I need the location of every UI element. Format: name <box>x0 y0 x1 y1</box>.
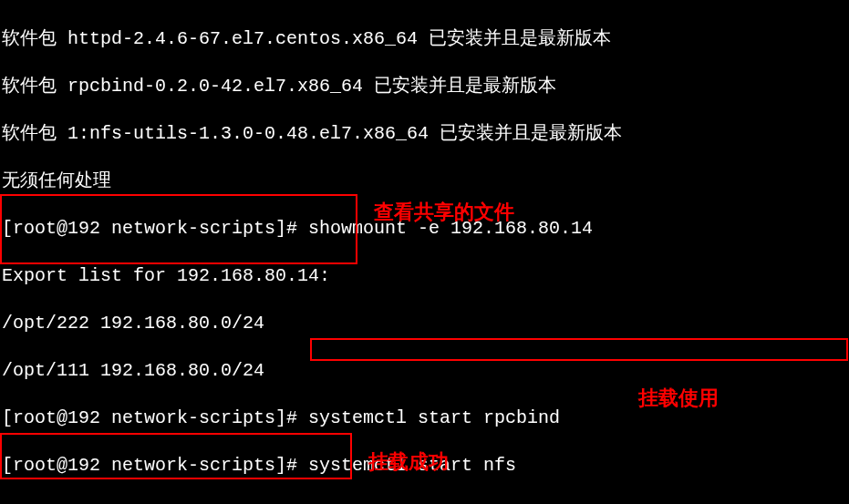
terminal-output: 软件包 httpd-2.4.6-67.el7.centos.x86_64 已安装… <box>0 0 849 504</box>
export-list-header: Export list for 192.168.80.14: <box>2 264 847 288</box>
cmd-start-nfs: [root@192 network-scripts]# systemctl st… <box>2 454 847 478</box>
pkg-line-httpd: 软件包 httpd-2.4.6-67.el7.centos.x86_64 已安装… <box>2 27 847 51</box>
pkg-line-nfs-utils: 软件包 1:nfs-utils-1.3.0-0.48.el7.x86_64 已安… <box>2 122 847 146</box>
no-action-line: 无须任何处理 <box>2 170 847 193</box>
export-111: /opt/111 192.168.80.0/24 <box>2 359 847 383</box>
cmd-showmount: [root@192 network-scripts]# showmount -e… <box>2 217 847 241</box>
cmd-start-rpcbind: [root@192 network-scripts]# systemctl st… <box>2 406 847 430</box>
export-222: /opt/222 192.168.80.0/24 <box>2 312 847 335</box>
pkg-line-rpcbind: 软件包 rpcbind-0.2.0-42.el7.x86_64 已安装并且是最新… <box>2 75 847 98</box>
